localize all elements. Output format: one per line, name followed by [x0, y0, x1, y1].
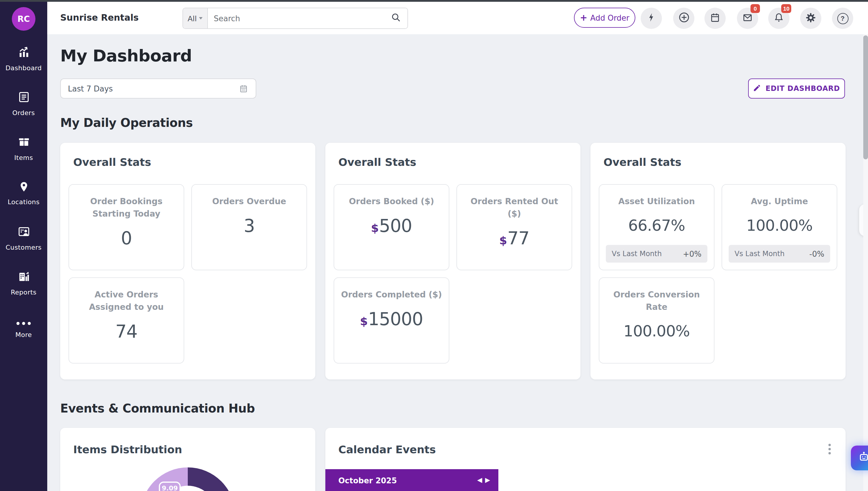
pencil-icon: [753, 84, 761, 93]
stat-value: $500: [340, 215, 443, 236]
currency-symbol: $: [360, 315, 367, 327]
search-scope-value: All: [188, 14, 197, 23]
sidebar-item-customers[interactable]: Customers: [0, 215, 47, 260]
search-button[interactable]: [384, 8, 408, 28]
mail-icon: [741, 11, 753, 25]
stat-value: 3: [198, 215, 301, 236]
stat-tile-active-orders: Active Orders Assigned to you 74: [68, 277, 184, 364]
calendar-month-header: October 2025 ◀ ▶: [325, 469, 498, 491]
sidebar-item-more[interactable]: More: [0, 305, 47, 350]
stat-value: 66.67%: [605, 216, 708, 234]
currency-symbol: $: [371, 221, 379, 234]
create-new-button[interactable]: [673, 8, 694, 29]
sidebar-item-label: Locations: [8, 198, 39, 206]
stat-value: 100.00%: [728, 216, 831, 234]
stat-label: Orders Rented Out ($): [463, 195, 566, 220]
stat-tile-asset-utilization: Asset Utilization 66.67% Vs Last Month +…: [599, 184, 715, 270]
chevron-down-icon: [199, 17, 203, 20]
help-button[interactable]: ?: [832, 8, 853, 29]
overall-stats-card-1: Overall Stats Order Bookings Starting To…: [60, 143, 315, 379]
compare-value: -0%: [809, 249, 824, 258]
sidebar-item-reports[interactable]: Reports: [0, 260, 47, 305]
section-heading-daily-ops: My Daily Operations: [60, 116, 193, 130]
stat-label: Orders Booked ($): [340, 195, 443, 208]
sidebar-item-label: More: [16, 331, 32, 339]
dashboard-app: RC Dashboard Orders Items: [0, 0, 868, 491]
compare-label: Vs Last Month: [612, 250, 662, 258]
items-distribution-donut-chart: [141, 467, 235, 491]
stat-tile-orders-rented-out: Orders Rented Out ($) $77: [456, 184, 572, 270]
settings-button[interactable]: [800, 8, 821, 29]
messages-button[interactable]: 0: [737, 8, 758, 29]
search-input[interactable]: [208, 8, 384, 28]
avatar-initials: RC: [18, 14, 30, 24]
chatbot-button[interactable]: [851, 445, 868, 470]
stat-tile-orders-conversion-rate: Orders Conversion Rate 100.00%: [599, 277, 715, 364]
sidebar-nav: Dashboard Orders Items Locations: [0, 36, 47, 350]
bell-icon: [773, 11, 785, 25]
calendar-prev-icon[interactable]: ◀: [477, 469, 482, 491]
plus-circle-icon: [678, 11, 690, 25]
sidebar-item-label: Customers: [6, 243, 41, 251]
kebab-menu-icon[interactable]: [827, 442, 833, 456]
window-top-strip: [0, 0, 868, 2]
search-scope-dropdown[interactable]: All: [183, 8, 208, 28]
compare-value: +0%: [683, 249, 701, 258]
edit-dashboard-label: EDIT DASHBOARD: [765, 84, 840, 93]
mail-badge: 0: [751, 4, 760, 13]
calendar-icon: [709, 11, 721, 25]
date-range-filter[interactable]: Last 7 Days: [60, 79, 256, 98]
notifications-badge: 10: [782, 4, 791, 13]
more-dots-icon: [16, 317, 31, 328]
stat-label: Active Orders Assigned to you: [75, 289, 178, 313]
stat-value: $77: [463, 228, 566, 249]
scrollbar-thumb[interactable]: [863, 35, 868, 159]
stat-tile-avg-uptime: Avg. Uptime 100.00% Vs Last Month -0%: [722, 184, 837, 270]
stat-label: Orders Overdue: [198, 195, 301, 208]
events-hub-cards: Items Distribution 9.09 Calendar Events …: [60, 428, 845, 491]
search-icon: [390, 12, 401, 25]
global-search: All: [183, 8, 408, 29]
sidebar: RC Dashboard Orders Items: [0, 2, 47, 491]
calendar-month-label: October 2025: [338, 476, 397, 485]
sidebar-item-orders[interactable]: Orders: [0, 81, 47, 126]
sidebar-item-label: Dashboard: [6, 64, 42, 72]
stat-label: Orders Completed ($): [340, 289, 443, 301]
stat-tile-orders-booked: Orders Booked ($) $500: [334, 184, 449, 270]
card-title: Overall Stats: [338, 156, 416, 168]
section-heading-events-hub: Events & Communication Hub: [60, 401, 255, 415]
notifications-button[interactable]: 10: [768, 8, 789, 29]
page-title: My Dashboard: [60, 46, 192, 65]
calendar-events-card: Calendar Events October 2025 ◀ ▶: [325, 428, 845, 491]
stat-value: $15000: [340, 309, 443, 329]
sidebar-item-items[interactable]: Items: [0, 126, 47, 171]
quick-actions-button[interactable]: [641, 8, 662, 29]
compare-badge: Vs Last Month +0%: [606, 245, 707, 263]
compare-badge: Vs Last Month -0%: [729, 245, 830, 263]
currency-symbol: $: [499, 234, 507, 247]
calendar-next-icon[interactable]: ▶: [485, 469, 490, 491]
items-box-icon: [17, 135, 30, 151]
robot-icon: [857, 450, 868, 466]
calendar-events-title: Calendar Events: [338, 443, 436, 456]
stat-label: Avg. Uptime: [728, 195, 831, 208]
topbar: Sunrise Rentals All + Add Order: [47, 2, 868, 34]
compare-label: Vs Last Month: [734, 250, 784, 258]
edit-dashboard-button[interactable]: EDIT DASHBOARD: [748, 79, 845, 98]
avatar[interactable]: RC: [12, 7, 35, 31]
sidebar-item-label: Orders: [12, 109, 35, 117]
scrollbar-track[interactable]: [863, 34, 868, 491]
gear-icon: [805, 11, 817, 25]
stat-value: 100.00%: [605, 322, 708, 340]
items-distribution-card: Items Distribution 9.09: [60, 428, 315, 491]
add-order-button[interactable]: + Add Order: [574, 8, 635, 28]
customers-icon: [17, 225, 30, 240]
sidebar-item-dashboard[interactable]: Dashboard: [0, 36, 47, 81]
sidebar-item-locations[interactable]: Locations: [0, 171, 47, 215]
lightning-icon: [646, 12, 656, 24]
date-range-value: Last 7 Days: [68, 84, 113, 93]
add-order-label: Add Order: [590, 13, 629, 22]
stat-tile-order-bookings-today: Order Bookings Starting Today 0: [68, 184, 184, 270]
sidebar-item-label: Reports: [11, 288, 36, 296]
calendar-button[interactable]: [704, 8, 726, 29]
